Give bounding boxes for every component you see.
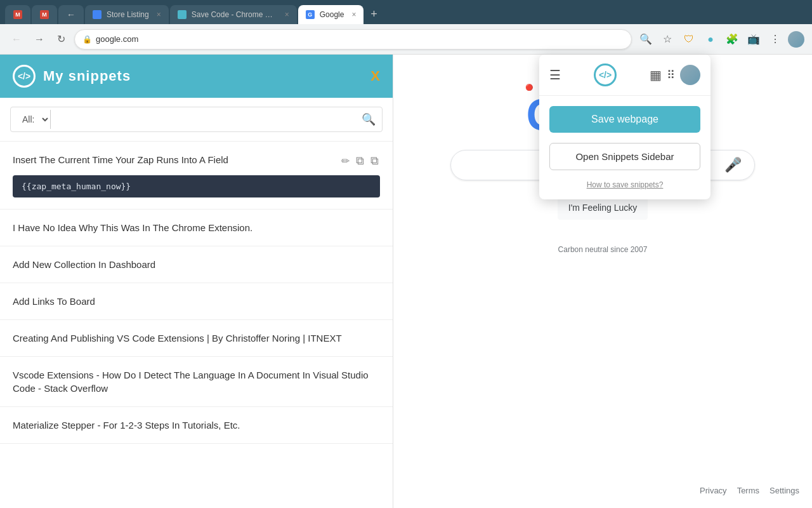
save-webpage-button[interactable]: Save webpage <box>549 106 700 133</box>
footer-privacy-link[interactable]: Privacy <box>700 486 727 495</box>
tab-savecode-label: Save Code - Chrome Web Sto... <box>192 10 277 19</box>
list-item[interactable]: Add Links To Board <box>0 283 393 320</box>
google-footer: Privacy Terms Settings <box>393 486 812 495</box>
search-input[interactable] <box>51 112 362 127</box>
refresh-button[interactable]: ↻ <box>53 30 69 48</box>
popup-code-icon: </> <box>594 64 617 86</box>
open-snippets-sidebar-button[interactable]: Open Snippets Sidebar <box>549 143 700 170</box>
list-item[interactable]: Insert The Current Time Your Zap Runs In… <box>0 142 393 210</box>
popup-menu-icon[interactable]: ☰ <box>549 67 561 83</box>
tab-back[interactable]: ← <box>58 5 84 24</box>
tab-store-close[interactable]: × <box>157 10 161 19</box>
tab-google-close[interactable]: × <box>351 10 356 19</box>
new-tab-button[interactable]: + <box>365 5 383 23</box>
tab-store-label: Store Listing <box>107 10 149 19</box>
footer-settings-link[interactable]: Settings <box>769 486 799 495</box>
address-bar: ← → ↻ 🔒 google.com 🔍 ☆ 🛡 ● 🧩 📺 ⋮ <box>0 24 812 55</box>
tab-bar: M M ← Store Listing × Save Code - Chrome… <box>0 0 812 24</box>
tab-gmail-1[interactable]: M <box>5 5 30 24</box>
shield-icon[interactable]: 🛡 <box>680 30 698 48</box>
tab-gmail-2[interactable]: M <box>32 5 57 24</box>
carbon-neutral-text: Carbon neutral since 2007 <box>558 245 648 254</box>
browser-frame: M M ← Store Listing × Save Code - Chrome… <box>0 0 812 508</box>
back-button[interactable]: ← <box>8 31 25 48</box>
popup-grid-icon[interactable]: ▦ <box>650 67 662 83</box>
popup-apps-icon[interactable]: ⠿ <box>667 68 675 82</box>
toolbar-icons: 🔍 ☆ 🛡 ● 🧩 📺 ⋮ <box>637 30 804 48</box>
snippet-title: Materialize Stepper - For 1-2-3 Steps In… <box>13 420 240 431</box>
extensions-icon[interactable]: 🧩 <box>723 30 741 48</box>
search-icon[interactable]: 🔍 <box>637 30 655 48</box>
main-content: </> My snippets X All: 🔍 I <box>0 55 812 508</box>
list-item[interactable]: Add New Collection In Dashboard <box>0 246 393 283</box>
lock-icon: 🔒 <box>82 35 92 44</box>
snippet-title: Vscode Extensions - How Do I Detect The … <box>13 370 369 394</box>
mic-icon[interactable]: 🎤 <box>724 157 742 173</box>
edit-icon[interactable]: ✏ <box>340 154 351 168</box>
cast-icon[interactable]: 📺 <box>745 30 763 48</box>
list-item[interactable]: Creating And Publishing VS Code Extensio… <box>0 320 393 357</box>
sidebar-header: </> My snippets X <box>0 55 393 98</box>
snippet-title: I Have No Idea Why This Was In The Chrom… <box>13 222 252 233</box>
popup-header-right: ▦ ⠿ <box>650 65 700 85</box>
snippet-item-top: Insert The Current Time Your Zap Runs In… <box>13 153 380 169</box>
forward-button[interactable]: → <box>30 31 48 48</box>
popup-header: ☰ </> ▦ ⠿ <box>539 55 710 96</box>
url-bar[interactable]: 🔒 google.com <box>74 29 632 50</box>
bookmark-icon[interactable]: ☆ <box>658 30 676 48</box>
how-to-save-link[interactable]: How to save snippets? <box>539 180 710 189</box>
list-item[interactable]: Materialize Stepper - For 1-2-3 Steps In… <box>0 407 393 444</box>
search-bar: All: 🔍 <box>0 98 393 142</box>
tab-store-listing[interactable]: Store Listing × <box>85 5 169 24</box>
snippet-title: Creating And Publishing VS Code Extensio… <box>13 333 342 344</box>
tab-google[interactable]: G Google × <box>298 5 364 24</box>
tab-google-label: Google <box>320 10 344 19</box>
url-text: google.com <box>96 34 624 44</box>
snippet-title: Add New Collection In Dashboard <box>13 259 155 270</box>
snippet-code: {{zap_meta_human_now}} <box>13 175 380 197</box>
list-item[interactable]: Vscode Extensions - How Do I Detect The … <box>0 357 393 407</box>
snippet-actions: ✏ ⧉ ⧉ <box>340 153 380 169</box>
more-icon[interactable]: ⋮ <box>766 30 784 48</box>
close-sidebar-button[interactable]: X <box>370 68 380 84</box>
footer-links: Privacy Terms Settings <box>700 486 799 495</box>
snippet-title: Add Links To Board <box>13 296 95 307</box>
user-avatar[interactable] <box>788 31 804 48</box>
sidebar-title-area: </> My snippets <box>13 65 131 88</box>
tab-savecode-close[interactable]: × <box>285 10 289 19</box>
snippet-title: Insert The Current Time Your Zap Runs In… <box>13 153 228 166</box>
copy-icon[interactable]: ⧉ <box>369 153 380 169</box>
list-item[interactable]: I Have No Idea Why This Was In The Chrom… <box>0 210 393 246</box>
open-external-icon[interactable]: ⧉ <box>355 153 365 169</box>
savecode-ext-icon[interactable]: ● <box>702 30 719 48</box>
search-button[interactable]: 🔍 <box>362 112 376 126</box>
filter-select[interactable]: All: <box>17 110 51 129</box>
snippet-list: Insert The Current Time Your Zap Runs In… <box>0 142 393 508</box>
sidebar-title: My snippets <box>43 68 131 84</box>
tab-savecode[interactable]: Save Code - Chrome Web Sto... × <box>170 5 297 24</box>
code-icon: </> <box>13 65 36 88</box>
extension-popup: ☰ </> ▦ ⠿ Save webpage Open Snippets Sid… <box>539 55 710 199</box>
snippets-sidebar: </> My snippets X All: 🔍 I <box>0 55 393 508</box>
popup-avatar[interactable] <box>680 65 700 85</box>
footer-terms-link[interactable]: Terms <box>737 486 759 495</box>
